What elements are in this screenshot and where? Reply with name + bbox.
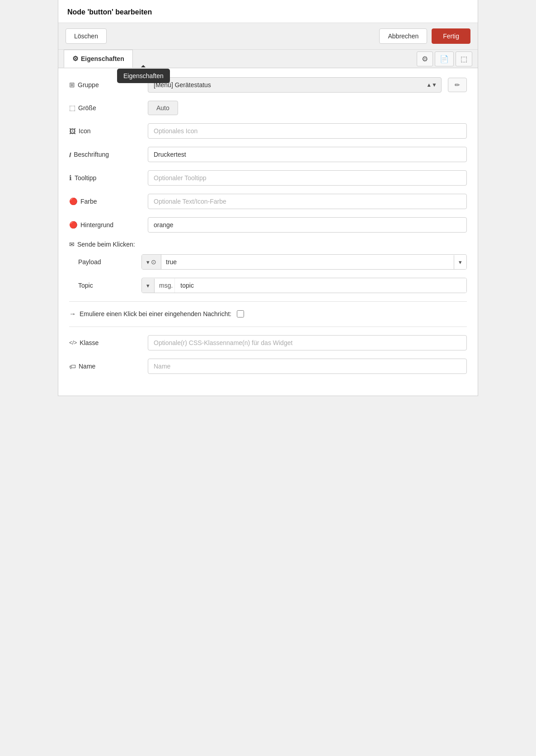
name-input[interactable] [148,359,467,374]
beschriftung-row: I Beschriftung [69,147,467,162]
gear-icon: ⚙ [72,55,78,63]
image-icon: 🖼 [69,127,76,135]
bg-drop-icon: 🔴 [69,221,78,229]
topic-type-button[interactable]: ▾ [142,279,155,293]
klasse-label: </> Klasse [69,339,141,346]
cancel-button[interactable]: Abbrechen [379,28,427,44]
topic-input-wrap: ▾ msg. [141,278,467,293]
hintergrund-label: 🔴 Hintergrund [69,221,141,229]
tab-properties[interactable]: ⚙ Eigenschaften [64,50,133,68]
form-body: ⊞ Gruppe [Menü] Gerätestatus ▲▼ ✏ ⬚ Größ… [58,68,478,396]
tag-icon: 🏷 [69,363,76,370]
name-label: 🏷 Name [69,363,141,370]
klasse-input[interactable] [148,335,467,350]
topic-input[interactable] [175,278,466,293]
tab-gear-button[interactable]: ⚙ [417,51,433,66]
gruppe-select[interactable]: [Menü] Gerätestatus [148,77,442,93]
tab-right-icons: ⚙ 📄 ⬚ [417,51,472,66]
groesse-label: ⬚ Größe [69,104,141,112]
farbe-input[interactable] [148,194,467,209]
divider [69,301,467,302]
payload-label: Payload [69,258,141,266]
emulate-label: Emuliere einen Klick bei einer eingehend… [80,310,231,317]
hintergrund-row: 🔴 Hintergrund [69,217,467,233]
topic-dropdown-icon: ▾ [146,282,150,289]
gruppe-icon: ⊞ [69,81,75,89]
icon-label: 🖼 Icon [69,127,141,135]
divider-2 [69,327,467,327]
tabs-bar: ⚙ Eigenschaften ⚙ 📄 ⬚ Eigenschaften [58,50,478,68]
beschriftung-input[interactable] [148,147,467,162]
toolbar: Löschen Abbrechen Fertig [58,23,478,50]
sende-section-header: ✉ Sende beim Klicken: [69,241,467,248]
tab-properties-label: Eigenschaften [81,55,124,62]
klasse-row: </> Klasse [69,335,467,350]
payload-type-button[interactable]: ▾ ⊙ [142,255,161,269]
info-icon: ℹ [69,174,72,182]
payload-circle-icon: ⊙ [151,258,156,266]
emulate-row: → Emuliere einen Klick bei einer eingehe… [69,310,467,317]
payload-input[interactable] [161,255,454,269]
title-text: Node 'button' bearbeiten [67,8,152,16]
beschriftung-label: I Beschriftung [69,151,141,159]
hintergrund-input[interactable] [148,217,467,233]
tab-layout-button[interactable]: ⬚ [456,51,472,66]
delete-button[interactable]: Löschen [66,28,107,44]
farbe-row: 🔴 Farbe [69,194,467,209]
topic-label: Topic [69,282,141,289]
tooltip-bubble: Eigenschaften [117,69,170,83]
code-icon: </> [69,340,77,346]
topic-prefix: msg. [155,278,175,293]
topic-row: Topic ▾ msg. [69,278,467,293]
tooltipp-label: ℹ Tooltipp [69,174,141,182]
payload-row: Payload ▾ ⊙ ▾ [69,254,467,270]
tab-doc-button[interactable]: 📄 [435,51,454,66]
payload-dropdown-icon: ▾ [146,259,150,266]
arrow-right-icon: → [69,310,76,317]
color-drop-icon: 🔴 [69,197,78,205]
payload-arrow-button[interactable]: ▾ [454,255,466,269]
panel-title: Node 'button' bearbeiten [58,0,478,23]
groesse-auto-button[interactable]: Auto [148,101,178,115]
tooltipp-row: ℹ Tooltipp [69,170,467,186]
groesse-icon: ⬚ [69,104,75,112]
icon-input[interactable] [148,123,467,139]
text-cursor-icon: I [69,151,71,159]
groesse-row: ⬚ Größe Auto [69,101,467,115]
icon-row: 🖼 Icon [69,123,467,139]
emulate-checkbox[interactable] [237,310,244,317]
name-row: 🏷 Name [69,359,467,374]
gruppe-edit-button[interactable]: ✏ [448,78,467,92]
envelope-icon: ✉ [69,241,75,248]
farbe-label: 🔴 Farbe [69,197,141,205]
tooltip-text: Eigenschaften [123,72,164,79]
gruppe-select-wrap: [Menü] Gerätestatus ▲▼ [148,77,442,93]
tooltipp-input[interactable] [148,170,467,186]
done-button[interactable]: Fertig [432,28,470,44]
payload-input-wrap: ▾ ⊙ ▾ [141,254,467,270]
